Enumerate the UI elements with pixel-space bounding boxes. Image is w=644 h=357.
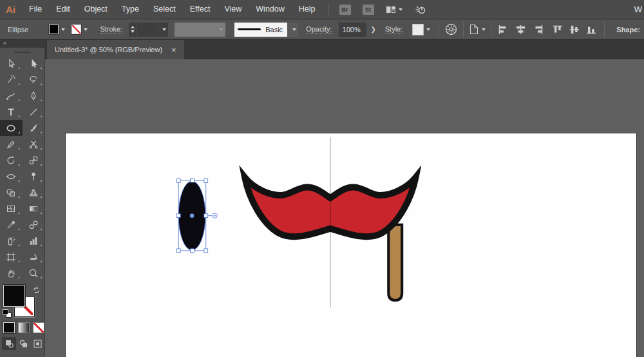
selection-center-point[interactable] [190,213,194,218]
stroke-panel-link[interactable]: Stroke: [100,25,122,34]
zoom-tool-icon [28,268,39,278]
share-icon [414,4,427,15]
swap-fill-stroke-icon[interactable] [33,285,40,296]
default-fill-stroke-icon[interactable] [3,309,13,318]
mesh-tool[interactable] [0,200,23,217]
opacity-input[interactable]: 100% [339,23,367,37]
horizontal-align-left-icon[interactable] [498,25,509,34]
pen-tool[interactable] [23,88,45,104]
zoom-tool[interactable] [23,265,45,281]
stroke-weight-combo[interactable] [137,23,168,37]
mesh-tool-icon [6,204,16,214]
opacity-value: 100% [343,26,361,34]
share-button[interactable] [414,4,427,15]
chevron-down-icon [61,28,65,31]
vertical-align-bottom-icon[interactable] [586,25,597,34]
type-tool[interactable] [0,104,23,120]
stroke-none-swatch [71,24,81,34]
menu-select[interactable]: Select [146,0,183,19]
shape-builder-tool[interactable] [0,184,23,200]
canvas-area[interactable] [45,59,644,357]
gradient-button[interactable] [18,322,30,333]
fill-proxy-swatch[interactable] [3,285,25,307]
menu-type[interactable]: Type [115,0,146,19]
style-combo[interactable] [410,24,430,35]
paintbrush-tool[interactable] [23,120,45,136]
workspace-name-cut: W [634,5,642,14]
vertical-align-center-icon[interactable] [569,25,580,34]
magic-wand-tool[interactable] [0,72,23,88]
scale-tool[interactable] [23,152,45,168]
artboard-tool[interactable] [0,249,23,265]
menu-object[interactable]: Object [77,0,115,19]
blend-tool[interactable] [23,217,45,233]
recolor-artwork-button[interactable] [444,23,458,36]
stroke-color-button[interactable] [71,24,88,34]
vertical-align-top-icon[interactable] [553,25,564,34]
mask-stick-shape[interactable] [388,225,402,300]
draw-inside-button[interactable] [30,337,44,350]
chevron-down-icon [162,28,166,31]
ellipse-tool[interactable] [0,120,23,136]
opacity-panel-link[interactable]: Opacity: [306,25,332,34]
menu-window[interactable]: Window [249,0,291,19]
slice-tool[interactable] [23,249,45,265]
eyedropper-tool[interactable] [0,217,23,233]
fill-color-button[interactable] [49,24,65,34]
draw-normal-button[interactable] [2,337,16,350]
line-segment-tool[interactable] [23,104,45,120]
shaper-tool-icon [6,139,16,150]
stepper-down-icon [131,30,135,33]
horizontal-align-right-icon[interactable] [532,25,543,34]
gradient-tool[interactable] [23,200,45,217]
hand-tool[interactable] [0,265,23,281]
rotate-tool[interactable] [0,152,23,168]
selection-tool[interactable] [0,55,23,72]
panel-grabber[interactable] [14,52,31,53]
curvature-tool[interactable] [0,88,23,104]
stroke-weight-stepper[interactable] [129,23,137,37]
document-setup-button[interactable] [469,24,486,35]
menu-effect[interactable]: Effect [183,0,218,19]
scissors-tool-icon [28,139,39,150]
perspective-grid-tool[interactable] [23,184,45,200]
menu-help[interactable]: Help [292,0,323,19]
none-button[interactable] [33,322,44,333]
bridge-button[interactable]: Br [339,5,351,15]
controlbar-separator [439,22,439,37]
chevron-down-icon [426,28,430,31]
puppet-warp-tool[interactable] [23,168,45,184]
document-tab[interactable]: Untitled-3* @ 50% (RGB/Preview) × [47,40,184,59]
direct-selection-tool[interactable] [23,55,45,72]
menu-edit[interactable]: Edit [49,0,77,19]
horizontal-align-center-icon[interactable] [515,25,526,34]
stock-button[interactable]: St [363,5,374,15]
fill-stroke-control [0,282,44,320]
column-graph-tool[interactable] [23,233,45,249]
shaper-tool[interactable] [0,136,23,152]
menu-file[interactable]: File [22,0,49,19]
document-tab-strip: Untitled-3* @ 50% (RGB/Preview) × [45,40,644,59]
brush-definition-combo[interactable]: Basic [234,23,298,37]
paintbrush-tool-icon [28,123,39,133]
color-button[interactable] [3,322,15,333]
width-tool[interactable] [0,168,23,184]
close-icon[interactable]: × [171,46,176,54]
collapse-double-chevron-icon[interactable]: « [3,40,6,46]
symbol-sprayer-tool[interactable] [0,233,23,249]
workspace-switcher-button[interactable] [386,5,402,14]
menu-view[interactable]: View [217,0,249,19]
corner-radius-widget[interactable] [213,213,218,218]
document-tab-title: Untitled-3* @ 50% (RGB/Preview) [55,46,162,53]
scissors-tool[interactable] [23,136,45,152]
lasso-tool[interactable] [23,72,45,88]
opacity-slider-arrow[interactable]: ❯ [366,26,379,33]
draw-behind-button[interactable] [16,337,30,350]
controlbar-separator [491,22,491,37]
column-graph-tool-icon [28,236,39,246]
symbol-sprayer-tool-icon [6,236,16,246]
style-panel-link[interactable]: Style: [385,25,403,34]
shape-panel-link[interactable]: Shape: [616,26,640,34]
illustrator-logo: Ai [6,4,15,15]
chevron-down-icon [84,28,88,31]
